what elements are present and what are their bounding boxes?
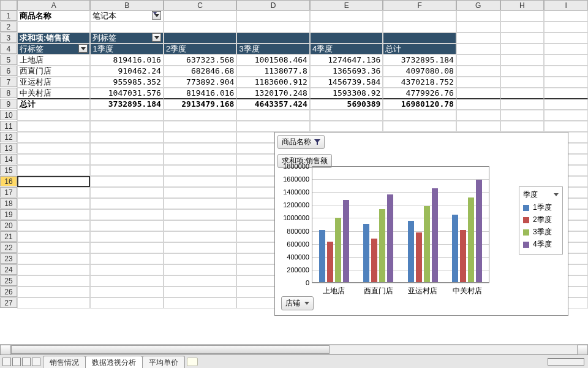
- cell[interactable]: [544, 33, 588, 44]
- chart-axis-category-button[interactable]: 店铺: [281, 296, 314, 310]
- cell[interactable]: [500, 10, 545, 21]
- cell[interactable]: [544, 10, 588, 21]
- cell[interactable]: [164, 110, 237, 121]
- scroll-thumb[interactable]: [11, 345, 330, 354]
- cell[interactable]: [310, 121, 383, 132]
- cell[interactable]: [544, 21, 588, 33]
- cell[interactable]: [456, 99, 500, 110]
- cell[interactable]: [164, 242, 237, 253]
- row-header-15[interactable]: 15: [0, 165, 17, 175]
- cell[interactable]: [164, 198, 237, 209]
- row-header-23[interactable]: 23: [0, 253, 17, 264]
- cell[interactable]: [383, 21, 456, 33]
- cell[interactable]: [164, 286, 237, 297]
- cell[interactable]: [164, 264, 237, 275]
- sheet-tab-销售情况[interactable]: 销售情况: [43, 356, 86, 369]
- row-header-6[interactable]: 6: [0, 66, 17, 76]
- legend-item[interactable]: 4季度: [523, 239, 559, 250]
- cell[interactable]: [17, 143, 91, 154]
- row-header-26[interactable]: 26: [0, 286, 17, 297]
- cell[interactable]: [164, 10, 237, 21]
- row-header-3[interactable]: 3: [0, 33, 17, 43]
- cell[interactable]: [456, 33, 500, 44]
- cell[interactable]: [164, 209, 237, 220]
- filter-field-value[interactable]: 笔记本: [90, 10, 164, 21]
- cell[interactable]: [90, 121, 164, 132]
- cell[interactable]: [164, 297, 237, 309]
- cell[interactable]: [164, 21, 237, 33]
- cell[interactable]: [90, 21, 164, 33]
- cell[interactable]: [383, 10, 456, 21]
- legend-item[interactable]: 2季度: [523, 215, 559, 225]
- cell[interactable]: [90, 264, 164, 275]
- row-header-1[interactable]: 1: [0, 10, 17, 21]
- cell[interactable]: [90, 154, 164, 165]
- cell[interactable]: [164, 121, 237, 132]
- row-labels-dropdown-icon[interactable]: [78, 44, 88, 53]
- cell[interactable]: [17, 21, 91, 33]
- row-header-18[interactable]: 18: [0, 198, 17, 209]
- cell[interactable]: [310, 110, 383, 121]
- cell[interactable]: [17, 121, 91, 132]
- cell[interactable]: [456, 10, 500, 21]
- cell[interactable]: [17, 253, 91, 264]
- cell[interactable]: [164, 154, 237, 165]
- cell[interactable]: [456, 55, 500, 66]
- cell[interactable]: [500, 33, 545, 44]
- scroll-track[interactable]: [10, 345, 578, 355]
- cell[interactable]: [90, 176, 164, 187]
- column-labels-dropdown-icon[interactable]: [152, 33, 161, 42]
- horizontal-scrollbar[interactable]: [0, 344, 588, 355]
- sheet-tab-平均单价[interactable]: 平均单价: [142, 356, 185, 369]
- cell[interactable]: [500, 110, 545, 121]
- cell[interactable]: [17, 297, 91, 309]
- cell[interactable]: [17, 209, 91, 220]
- column-header-C[interactable]: C: [164, 0, 237, 10]
- cell[interactable]: [17, 264, 91, 275]
- row-header-12[interactable]: 12: [0, 132, 17, 142]
- tab-nav-prev[interactable]: [12, 358, 21, 366]
- cell[interactable]: [383, 110, 456, 121]
- cell[interactable]: [544, 66, 588, 77]
- cell[interactable]: [500, 77, 545, 88]
- cell[interactable]: [90, 198, 164, 209]
- cell[interactable]: [164, 187, 237, 198]
- scroll-left-button[interactable]: [0, 345, 10, 355]
- cell[interactable]: [500, 88, 545, 99]
- cell[interactable]: [456, 121, 500, 132]
- cell[interactable]: [90, 242, 164, 253]
- row-header-17[interactable]: 17: [0, 187, 17, 197]
- cell[interactable]: [236, 10, 310, 21]
- cell[interactable]: [236, 110, 310, 121]
- cell[interactable]: [164, 253, 237, 264]
- tab-nav-first[interactable]: [2, 358, 11, 366]
- column-header-I[interactable]: I: [544, 0, 588, 10]
- cell[interactable]: [544, 110, 588, 121]
- cell[interactable]: [164, 132, 237, 143]
- row-header-11[interactable]: 11: [0, 121, 17, 131]
- cell[interactable]: [17, 110, 91, 121]
- cell[interactable]: [90, 286, 164, 297]
- cell[interactable]: [17, 132, 91, 143]
- cell[interactable]: [456, 110, 500, 121]
- row-header-2[interactable]: 2: [0, 21, 17, 32]
- cell[interactable]: [17, 231, 91, 242]
- cell[interactable]: [500, 121, 545, 132]
- cell[interactable]: [544, 55, 588, 66]
- cell[interactable]: [456, 88, 500, 99]
- cell[interactable]: [500, 66, 545, 77]
- cell[interactable]: [90, 165, 164, 176]
- column-header-E[interactable]: E: [310, 0, 383, 10]
- active-cell[interactable]: [17, 176, 91, 187]
- cell[interactable]: [236, 121, 310, 132]
- new-sheet-icon[interactable]: [187, 358, 198, 366]
- select-all-corner[interactable]: [0, 0, 17, 10]
- cell[interactable]: [236, 21, 310, 33]
- row-header-14[interactable]: 14: [0, 154, 17, 164]
- column-header-F[interactable]: F: [383, 0, 456, 10]
- cell[interactable]: [310, 10, 383, 21]
- cell[interactable]: [90, 132, 164, 143]
- cell[interactable]: [90, 187, 164, 198]
- tab-nav-buttons[interactable]: [0, 358, 43, 366]
- row-header-19[interactable]: 19: [0, 209, 17, 220]
